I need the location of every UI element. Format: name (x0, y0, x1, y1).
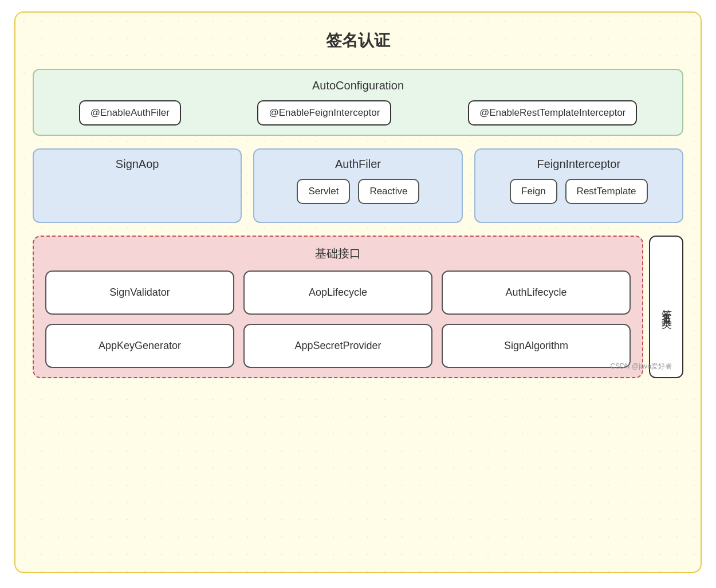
base-item-2: AuthLifecycle (442, 271, 631, 315)
base-item-1: AopLifecycle (243, 271, 432, 315)
auto-config-box: AutoConfiguration @EnableAuthFiler @Enab… (33, 69, 683, 136)
watermark: CSDN @java爱好者 (610, 362, 672, 371)
auth-filer-items: Servlet Reactive (263, 179, 452, 204)
base-item-4: AppSecretProvider (243, 324, 432, 368)
sign-tools-label: 签名工具类 (659, 301, 673, 313)
sign-aop-box: SignAop (33, 148, 242, 223)
base-item-5: SignAlgorithm (442, 324, 631, 368)
base-interface-grid: SignValidator AopLifecycle AuthLifecycle… (45, 271, 631, 368)
feign-interceptor-title: FeignInterceptor (485, 158, 673, 171)
annotation-badge-2: @EnableRestTemplateInterceptor (468, 100, 637, 126)
main-container: 签名认证 AutoConfiguration @EnableAuthFiler … (14, 11, 702, 573)
servlet-badge: Servlet (297, 179, 350, 204)
base-interface-title: 基础接口 (45, 246, 631, 261)
main-title: 签名认证 (33, 24, 683, 57)
auto-config-title: AutoConfiguration (45, 79, 671, 92)
feign-interceptor-box: FeignInterceptor Feign RestTemplate (474, 148, 683, 223)
base-interface-box: 基础接口 SignValidator AopLifecycle AuthLife… (33, 236, 643, 378)
bottom-row: 基础接口 SignValidator AopLifecycle AuthLife… (33, 236, 683, 378)
auto-config-items: @EnableAuthFiler @EnableFeignInterceptor… (45, 100, 671, 126)
feign-badge: Feign (510, 179, 557, 204)
annotation-badge-1: @EnableFeignInterceptor (257, 100, 391, 126)
feign-interceptor-items: Feign RestTemplate (485, 179, 673, 204)
sign-tools-box: 签名工具类 (649, 236, 683, 378)
base-item-0: SignValidator (45, 271, 234, 315)
annotation-badge-0: @EnableAuthFiler (79, 100, 181, 126)
auth-filer-box: AuthFiler Servlet Reactive (253, 148, 462, 223)
sign-aop-title: SignAop (43, 158, 231, 171)
middle-row: SignAop AuthFiler Servlet Reactive Feign… (33, 148, 683, 223)
rest-template-badge: RestTemplate (565, 179, 648, 204)
base-item-3: AppKeyGenerator (45, 324, 234, 368)
reactive-badge: Reactive (358, 179, 419, 204)
auth-filer-title: AuthFiler (263, 158, 452, 171)
